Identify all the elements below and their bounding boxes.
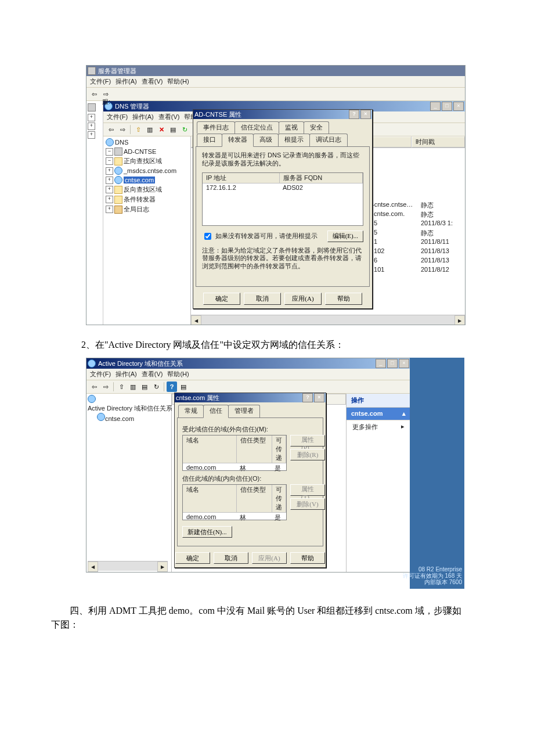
ok-button[interactable]: 确定 <box>175 552 210 564</box>
back-icon[interactable]: ⇦ <box>89 381 99 392</box>
tree-fwd-zone[interactable]: 正向查找区域 <box>124 157 162 165</box>
properties-icon[interactable]: ▤ <box>178 381 189 392</box>
expand-icon[interactable]: + <box>106 186 113 193</box>
help-icon[interactable]: ? <box>167 381 177 392</box>
col-timestamp[interactable]: 时间戳 <box>412 136 465 147</box>
tree-global-log[interactable]: 全局日志 <box>124 205 149 214</box>
expand-icon[interactable]: + <box>106 177 113 184</box>
up-icon[interactable]: ⇧ <box>133 124 143 135</box>
minimize-button[interactable]: _ <box>376 359 386 368</box>
back-icon[interactable]: ⇦ <box>106 124 116 135</box>
close-button[interactable]: × <box>314 393 324 402</box>
cancel-button[interactable]: 取消 <box>244 293 281 305</box>
up-icon[interactable]: ⇧ <box>116 381 127 392</box>
ad-tree-domain[interactable]: cntse.com <box>105 415 134 422</box>
tab-manager[interactable]: 管理者 <box>228 405 260 417</box>
close-button[interactable]: × <box>399 359 409 368</box>
tree-rev-zone[interactable]: 反向查找区域 <box>124 185 162 194</box>
collapse-icon[interactable]: − <box>106 157 113 165</box>
delete-icon[interactable]: ✕ <box>156 124 167 135</box>
dialog-tabs[interactable]: 常规 信任 管理者 <box>175 402 326 417</box>
tab-interface[interactable]: 接口 <box>197 134 222 146</box>
export-icon[interactable]: ▤ <box>139 381 150 392</box>
expand-icon[interactable]: + <box>88 123 95 130</box>
tree-server[interactable]: AD-CNTSE <box>124 148 156 155</box>
close-button[interactable]: × <box>453 102 464 111</box>
tree-cond-fwd[interactable]: 条件转发器 <box>124 195 156 204</box>
trust-properties-button[interactable]: 属性(P)... <box>290 435 325 447</box>
help-button[interactable]: ? <box>302 393 313 402</box>
ad-tree-root[interactable]: Active Directory 域和信任关系 [ <box>88 405 176 412</box>
outgoing-trust-list[interactable]: 域名 信任类型 可传递 demo.com 林 是 <box>182 435 287 471</box>
close-button[interactable]: × <box>360 110 371 119</box>
help-button[interactable]: 帮助 <box>325 293 362 305</box>
tab-event-log[interactable]: 事件日志 <box>197 121 235 134</box>
new-trust-button[interactable]: 新建信任(N)... <box>182 526 232 538</box>
trust-properties-button-2[interactable]: 属性(T)... <box>290 484 325 496</box>
dns-tree[interactable]: DNS −AD-CNTSE −正向查找区域 +_msdcs.cntse.com … <box>103 136 191 325</box>
collapse-icon[interactable]: ▴ <box>402 410 406 417</box>
tree-scrollbar[interactable]: ◀ ▶ <box>88 561 168 571</box>
help-button[interactable]: ? <box>349 110 359 119</box>
collapse-icon[interactable]: − <box>106 148 113 156</box>
refresh-icon[interactable]: ↻ <box>151 381 161 392</box>
maximize-button[interactable]: □ <box>442 102 452 111</box>
scroll-right-icon[interactable]: ▶ <box>157 561 168 572</box>
menu-action[interactable]: 操作(A) <box>132 113 154 121</box>
horizontal-scrollbar[interactable]: ◀ ▶ <box>191 315 465 325</box>
tree-dns-root[interactable]: DNS <box>115 139 128 146</box>
tab-debug-log[interactable]: 调试日志 <box>309 134 348 146</box>
maximize-button[interactable]: □ <box>387 359 398 368</box>
menu-action[interactable]: 操作(A) <box>116 370 137 379</box>
dialog-tabs[interactable]: 事件日志 信任定位点 监视 安全 <box>193 119 372 134</box>
tree-zone1[interactable]: _msdcs.cntse.com <box>124 167 176 174</box>
forwarders-list[interactable]: IP 地址 服务器 FQDN 172.16.1.2 ADS02 <box>202 172 363 226</box>
ok-button[interactable]: 确定 <box>203 293 240 305</box>
ad-tree[interactable]: Active Directory 域和信任关系 [ cntse.com ◀ ▶ <box>86 394 172 572</box>
trust-row[interactable]: demo.com 林 是 <box>183 463 286 473</box>
menu-file[interactable]: 文件(F) <box>90 77 111 86</box>
expand-icon[interactable]: + <box>106 196 113 203</box>
properties-icon[interactable]: ▤ <box>168 124 178 135</box>
menu-file[interactable]: 文件(F) <box>107 113 128 121</box>
tree-zone2[interactable]: cntse.com <box>124 177 155 183</box>
trust-delete-button-2[interactable]: 删除(V) <box>290 498 325 510</box>
scroll-right-icon[interactable]: ▶ <box>454 315 465 325</box>
tab-monitor[interactable]: 监视 <box>279 121 304 134</box>
menu-view[interactable]: 查看(V) <box>158 113 180 121</box>
apply-button[interactable]: 应用(A) <box>252 552 287 564</box>
expand-icon[interactable]: + <box>88 114 95 121</box>
tab-general[interactable]: 常规 <box>178 405 204 417</box>
trust-row[interactable]: demo.com 林 是 <box>183 513 286 523</box>
dialog-tabs-row2[interactable]: 接口 转发器 高级 根提示 调试日志 <box>193 134 372 146</box>
tab-root-hints[interactable]: 根提示 <box>278 134 310 146</box>
menu-help[interactable]: 帮助(H) <box>167 370 189 379</box>
menu-help[interactable]: 帮助(H) <box>167 77 189 86</box>
apply-button[interactable]: 应用(A) <box>284 293 322 305</box>
trust-delete-button[interactable]: 删除(R) <box>290 449 325 460</box>
refresh-icon[interactable]: ↻ <box>179 124 190 135</box>
tab-trust-anchor[interactable]: 信任定位点 <box>234 121 279 134</box>
forwarder-row[interactable]: 172.16.1.2 ADS02 <box>203 183 363 192</box>
list-icon[interactable]: ▥ <box>145 124 155 135</box>
tab-security[interactable]: 安全 <box>304 121 329 134</box>
scroll-left-icon[interactable]: ◀ <box>88 561 98 572</box>
tab-trust[interactable]: 信任 <box>203 405 229 418</box>
minimize-button[interactable]: _ <box>430 102 441 111</box>
server-manager-menubar[interactable]: 文件(F) 操作(A) 查看(V) 帮助(H) <box>86 76 465 88</box>
tab-forwarders[interactable]: 转发器 <box>222 134 254 147</box>
incoming-trust-list[interactable]: 域名 信任类型 可传递 demo.com 林 是 <box>182 484 287 520</box>
list-icon[interactable]: ▥ <box>128 381 138 392</box>
menu-view[interactable]: 查看(V) <box>142 77 163 86</box>
expand-icon[interactable]: + <box>106 167 113 175</box>
back-icon[interactable]: ⇦ <box>89 89 99 99</box>
menu-action[interactable]: 操作(A) <box>116 77 137 86</box>
expand-icon[interactable]: + <box>88 131 95 139</box>
use-root-hints-checkbox[interactable] <box>204 233 211 240</box>
ad-trusts-menubar[interactable]: 文件(F) 操作(A) 查看(V) 帮助(H) <box>86 369 410 380</box>
expand-icon[interactable]: + <box>106 206 113 213</box>
menu-view[interactable]: 查看(V) <box>142 370 163 379</box>
scroll-left-icon[interactable]: ◀ <box>191 315 201 325</box>
edit-button[interactable]: 编辑(E)... <box>327 231 363 242</box>
tab-advanced[interactable]: 高级 <box>253 134 279 146</box>
